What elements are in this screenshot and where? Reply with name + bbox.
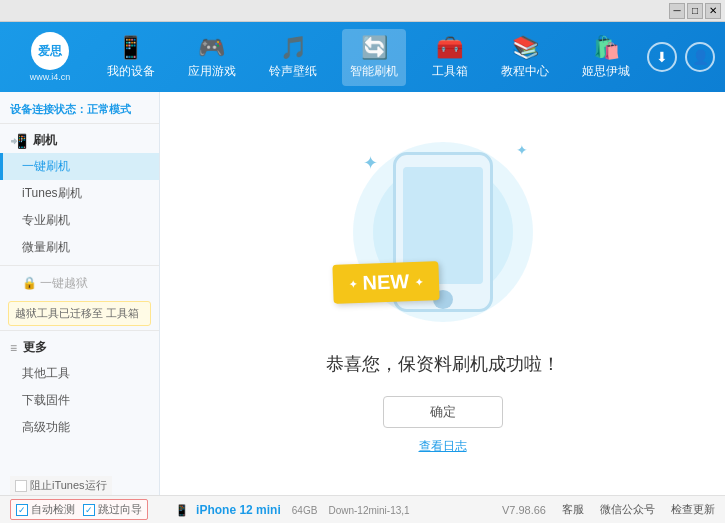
minimize-button[interactable]: ─ [669,3,685,19]
other-tools-label: 其他工具 [22,366,70,380]
sparkle-left-icon: ✦ [363,152,378,174]
sidebar-item-itunes-flash[interactable]: iTunes刷机 [0,180,159,207]
stop-itunes-area: 阻止iTunes运行 [10,476,112,495]
nav-weibo-shop[interactable]: 🛍️ 姬思伊城 [574,29,638,86]
sidebar: 设备连接状态：正常模式 📲 刷机 一键刷机 iTunes刷机 专业刷机 微量刷机… [0,92,160,495]
view-log-label: 查看日志 [419,439,467,453]
nav-ringtone[interactable]: 🎵 铃声壁纸 [261,29,325,86]
one-click-flash-label: 一键刷机 [22,159,70,173]
micro-flash-label: 微量刷机 [22,240,70,254]
lock-icon: 🔒 [22,276,37,290]
my-device-icon: 📱 [117,35,144,61]
success-illustration: ✦ ✦ NEW [343,132,543,332]
new-badge-text: NEW [362,270,409,294]
nav-items: 📱 我的设备 🎮 应用游戏 🎵 铃声壁纸 🔄 智能刷机 🧰 工具箱 📚 教程中心… [90,29,647,86]
status-value: 正常模式 [87,103,131,115]
skip-wizard-label: 跳过向导 [98,502,142,517]
toolbox-icon: 🧰 [436,35,463,61]
close-button[interactable]: ✕ [705,3,721,19]
smart-flash-icon: 🔄 [361,35,388,61]
nav-my-device-label: 我的设备 [107,63,155,80]
stop-itunes-label: 阻止iTunes运行 [30,478,107,493]
sidebar-item-pro-flash[interactable]: 专业刷机 [0,207,159,234]
sidebar-divider-2 [0,330,159,331]
more-section-label: 更多 [23,339,47,356]
header: 爱思 www.i4.cn 📱 我的设备 🎮 应用游戏 🎵 铃声壁纸 🔄 智能刷机… [0,22,725,92]
advanced-label: 高级功能 [22,420,70,434]
itunes-flash-label: iTunes刷机 [22,186,82,200]
nav-toolbox-label: 工具箱 [432,63,468,80]
device-model: Down-12mini-13,1 [328,505,409,516]
nav-my-device[interactable]: 📱 我的设备 [99,29,163,86]
success-message: 恭喜您，保资料刷机成功啦！ [326,352,560,376]
sidebar-item-download-firmware[interactable]: 下载固件 [0,387,159,414]
sidebar-warning-box: 越狱工具已迁移至 工具箱 [8,301,151,326]
device-name: iPhone 12 mini [196,503,281,517]
customer-service-link[interactable]: 客服 [562,502,584,517]
device-icon: 📱 [175,504,189,516]
bottom-right-section: V7.98.66 客服 微信公众号 检查更新 [502,502,715,517]
nav-tutorial[interactable]: 📚 教程中心 [493,29,557,86]
nav-ringtone-label: 铃声壁纸 [269,63,317,80]
device-info: 📱 iPhone 12 mini 64GB Down-12mini-13,1 [170,503,502,517]
device-storage: 64GB [292,505,318,516]
auto-detect-label: 自动检测 [31,502,75,517]
flash-section-title: 📲 刷机 [0,128,159,153]
version-number: V7.98.66 [502,504,546,516]
pro-flash-label: 专业刷机 [22,213,70,227]
skip-wizard-checkbox[interactable] [83,504,95,516]
logo-icon: 爱思 [31,32,69,70]
flash-section-label: 刷机 [33,132,57,149]
warning-text: 越狱工具已迁移至 工具箱 [15,307,139,319]
flash-section-icon: 📲 [10,133,27,149]
check-update-link[interactable]: 检查更新 [671,502,715,517]
view-log-link[interactable]: 查看日志 [419,438,467,455]
main-content: ✦ ✦ NEW 恭喜您，保资料刷机成功啦！ 确定 查看日志 [160,92,725,495]
apps-games-icon: 🎮 [198,35,225,61]
nav-right-buttons: ⬇ 👤 [647,42,715,72]
sidebar-item-micro-flash[interactable]: 微量刷机 [0,234,159,261]
weibo-shop-icon: 🛍️ [593,35,620,61]
connection-status: 设备连接状态：正常模式 [0,98,159,124]
jailbreak-label: 一键越狱 [40,276,88,290]
sidebar-item-one-click-flash[interactable]: 一键刷机 [0,153,159,180]
title-bar: ─ □ ✕ [0,0,725,22]
confirm-button-label: 确定 [430,403,456,421]
logo-subtitle: www.i4.cn [30,72,71,82]
sidebar-item-other-tools[interactable]: 其他工具 [0,360,159,387]
ringtone-icon: 🎵 [280,35,307,61]
status-label: 设备连接状态： [10,103,87,115]
auto-detect-checkbox[interactable] [16,504,28,516]
sidebar-divider-1 [0,265,159,266]
more-section-icon: ≡ [10,341,17,355]
nav-smart-flash[interactable]: 🔄 智能刷机 [342,29,406,86]
download-button[interactable]: ⬇ [647,42,677,72]
sparkle-right-icon: ✦ [516,142,528,158]
nav-toolbox[interactable]: 🧰 工具箱 [424,29,476,86]
bottom-left-section: 自动检测 跳过向导 [10,499,170,520]
user-button[interactable]: 👤 [685,42,715,72]
bottom-bar: 自动检测 跳过向导 📱 iPhone 12 mini 64GB Down-12m… [0,495,725,523]
sidebar-item-advanced[interactable]: 高级功能 [0,414,159,441]
sidebar-item-jailbreak-disabled: 🔒 一键越狱 [0,270,159,297]
wechat-public-link[interactable]: 微信公众号 [600,502,655,517]
new-badge: NEW [332,261,439,304]
logo-area: 爱思 www.i4.cn [10,32,90,82]
skip-wizard-checkbox-label[interactable]: 跳过向导 [83,502,142,517]
nav-smart-flash-label: 智能刷机 [350,63,398,80]
nav-apps-games-label: 应用游戏 [188,63,236,80]
tutorial-icon: 📚 [512,35,539,61]
confirm-button[interactable]: 确定 [383,396,503,428]
nav-tutorial-label: 教程中心 [501,63,549,80]
more-section-title: ≡ 更多 [0,335,159,360]
stop-itunes-checkbox[interactable] [15,480,27,492]
nav-weibo-shop-label: 姬思伊城 [582,63,630,80]
nav-apps-games[interactable]: 🎮 应用游戏 [180,29,244,86]
download-firmware-label: 下载固件 [22,393,70,407]
maximize-button[interactable]: □ [687,3,703,19]
auto-detect-checkbox-label[interactable]: 自动检测 [16,502,75,517]
